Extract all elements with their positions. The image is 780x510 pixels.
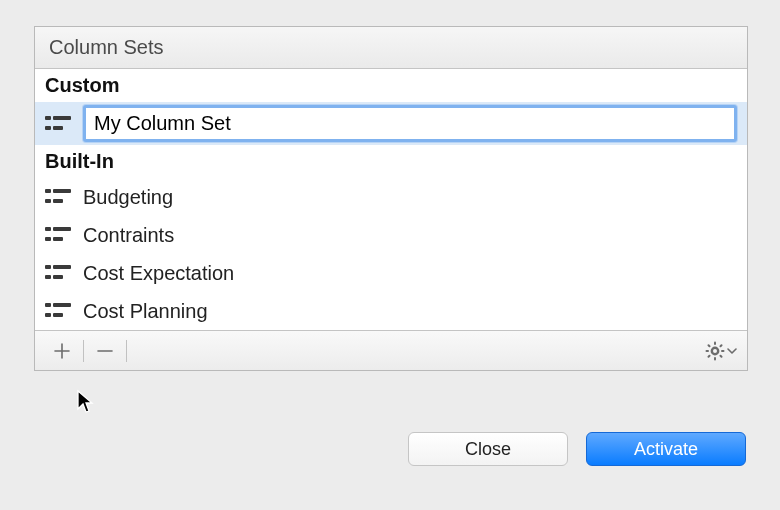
svg-rect-3: [53, 126, 63, 130]
column-set-icon: [45, 262, 71, 284]
svg-rect-2: [45, 126, 51, 130]
svg-rect-16: [45, 303, 51, 307]
list-toolbar: [35, 330, 747, 370]
toolbar-separator: [126, 340, 127, 362]
chevron-down-icon: [727, 346, 737, 356]
section-header-builtin: Built-In: [35, 145, 747, 178]
svg-rect-25: [707, 343, 711, 347]
list-item[interactable]: Contraints: [35, 216, 747, 254]
add-button[interactable]: [45, 337, 79, 365]
svg-rect-14: [45, 275, 51, 279]
list-item[interactable]: Cost Planning: [35, 292, 747, 330]
list-item[interactable]: Cost Expectation: [35, 254, 747, 292]
svg-rect-19: [53, 313, 63, 317]
svg-rect-18: [45, 313, 51, 317]
svg-rect-24: [721, 350, 725, 352]
list-item-label: Contraints: [83, 224, 174, 247]
close-button[interactable]: Close: [408, 432, 568, 466]
svg-rect-0: [45, 116, 51, 120]
svg-rect-1: [53, 116, 71, 120]
svg-rect-13: [53, 265, 71, 269]
svg-rect-27: [707, 354, 711, 358]
section-header-custom: Custom: [35, 69, 747, 102]
column-set-icon: [45, 113, 71, 135]
column-set-icon: [45, 224, 71, 246]
mouse-cursor: [76, 389, 96, 419]
actions-menu-button[interactable]: [705, 341, 737, 361]
toolbar-separator: [83, 340, 84, 362]
remove-button[interactable]: [88, 337, 122, 365]
svg-rect-4: [45, 189, 51, 193]
svg-rect-15: [53, 275, 63, 279]
svg-rect-22: [714, 357, 716, 361]
svg-rect-21: [714, 341, 716, 345]
svg-rect-11: [53, 237, 63, 241]
column-sets-panel: Column Sets Custom Built-In: [34, 26, 748, 371]
activate-button[interactable]: Activate: [586, 432, 746, 466]
list-item[interactable]: Budgeting: [35, 178, 747, 216]
column-set-icon: [45, 186, 71, 208]
svg-rect-5: [53, 189, 71, 193]
column-set-name-input[interactable]: [83, 105, 737, 142]
svg-point-20: [712, 347, 718, 353]
dialog-buttons: Close Activate: [408, 432, 746, 466]
svg-rect-17: [53, 303, 71, 307]
svg-rect-28: [719, 354, 723, 358]
svg-rect-8: [45, 227, 51, 231]
svg-rect-12: [45, 265, 51, 269]
panel-title: Column Sets: [35, 27, 747, 69]
column-set-icon: [45, 300, 71, 322]
svg-rect-10: [45, 237, 51, 241]
list-item-label: Budgeting: [83, 186, 173, 209]
svg-rect-6: [45, 199, 51, 203]
list-item-label: Cost Planning: [83, 300, 208, 323]
svg-rect-7: [53, 199, 63, 203]
list-item-label: Cost Expectation: [83, 262, 234, 285]
svg-rect-9: [53, 227, 71, 231]
gear-icon: [705, 341, 725, 361]
svg-rect-26: [719, 343, 723, 347]
svg-rect-23: [706, 350, 710, 352]
list-item-editing[interactable]: [35, 102, 747, 145]
